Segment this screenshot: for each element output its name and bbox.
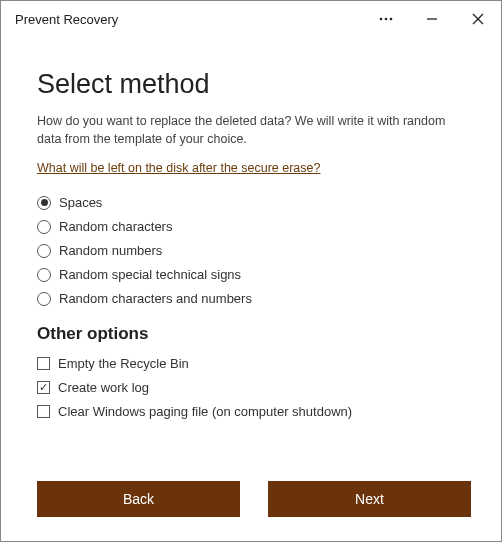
content-area: Select method How do you want to replace… xyxy=(1,37,501,481)
checkbox-label: Create work log xyxy=(58,380,149,395)
window-controls xyxy=(363,1,501,37)
method-option-chars-numbers[interactable]: Random characters and numbers xyxy=(37,291,471,306)
checkbox-label: Empty the Recycle Bin xyxy=(58,356,189,371)
page-heading: Select method xyxy=(37,69,471,100)
radio-icon xyxy=(37,244,51,258)
radio-icon xyxy=(37,292,51,306)
checkbox-icon xyxy=(37,357,50,370)
checkbox-icon xyxy=(37,405,50,418)
radio-label: Random characters and numbers xyxy=(59,291,252,306)
checkbox-label: Clear Windows paging file (on computer s… xyxy=(58,404,352,419)
footer: Back Next xyxy=(1,481,501,541)
svg-point-1 xyxy=(385,18,388,21)
method-option-random-numbers[interactable]: Random numbers xyxy=(37,243,471,258)
option-empty-recycle[interactable]: Empty the Recycle Bin xyxy=(37,356,471,371)
more-button[interactable] xyxy=(363,1,409,37)
back-button[interactable]: Back xyxy=(37,481,240,517)
method-radio-group: Spaces Random characters Random numbers … xyxy=(37,195,471,306)
option-clear-paging[interactable]: Clear Windows paging file (on computer s… xyxy=(37,404,471,419)
radio-label: Random numbers xyxy=(59,243,162,258)
radio-icon xyxy=(37,268,51,282)
app-window: Prevent Recovery Select method How do yo… xyxy=(0,0,502,542)
minimize-button[interactable] xyxy=(409,1,455,37)
radio-icon xyxy=(37,196,51,210)
radio-label: Random special technical signs xyxy=(59,267,241,282)
svg-point-2 xyxy=(390,18,393,21)
info-link[interactable]: What will be left on the disk after the … xyxy=(37,161,320,175)
page-description: How do you want to replace the deleted d… xyxy=(37,112,471,148)
window-title: Prevent Recovery xyxy=(15,12,363,27)
radio-icon xyxy=(37,220,51,234)
svg-point-0 xyxy=(380,18,383,21)
next-button[interactable]: Next xyxy=(268,481,471,517)
close-button[interactable] xyxy=(455,1,501,37)
method-option-spaces[interactable]: Spaces xyxy=(37,195,471,210)
option-work-log[interactable]: Create work log xyxy=(37,380,471,395)
other-options-heading: Other options xyxy=(37,324,471,344)
method-option-random-chars[interactable]: Random characters xyxy=(37,219,471,234)
checkbox-icon xyxy=(37,381,50,394)
method-option-special-signs[interactable]: Random special technical signs xyxy=(37,267,471,282)
radio-label: Random characters xyxy=(59,219,172,234)
titlebar: Prevent Recovery xyxy=(1,1,501,37)
radio-label: Spaces xyxy=(59,195,102,210)
